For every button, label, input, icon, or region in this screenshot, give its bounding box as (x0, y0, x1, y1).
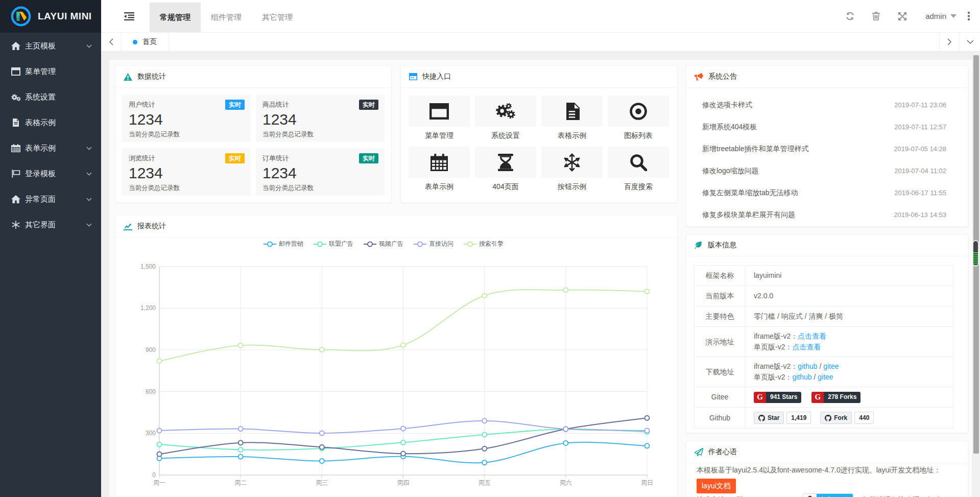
snowflake-icon (11, 221, 20, 229)
shortcut-menu-manage[interactable]: 菜单管理 (409, 96, 470, 140)
window-icon (429, 103, 449, 120)
notice-item[interactable]: 新增系统404模板 2019-07-11 12:57 (686, 116, 968, 138)
svg-text:周三: 周三 (316, 479, 328, 486)
module-tab-components[interactable]: 组件管理 (201, 3, 252, 32)
module-tab-other[interactable]: 其它管理 (252, 3, 303, 32)
author-line1: 本模板基于layui2.5.4以及font-awesome-4.7.0进行实现。… (697, 464, 958, 476)
sidebar-item-error-pages[interactable]: 异常页面 (0, 186, 101, 212)
caret-down-icon (950, 14, 957, 18)
download-github-link[interactable]: github (792, 373, 811, 381)
home-icon (11, 195, 20, 203)
window-icon (409, 73, 417, 80)
shortcut-404-page[interactable]: 404页面 (475, 147, 536, 192)
logo[interactable]: LAYUI MINI (0, 0, 101, 33)
file-text-icon (564, 103, 580, 120)
scrollbar-track[interactable] (972, 52, 980, 497)
notice-item[interactable]: 修改选项卡样式 2019-07-11 23:06 (686, 94, 968, 116)
tab-strip: 首页 (101, 32, 980, 52)
svg-text:900: 900 (146, 346, 156, 353)
github-icon (758, 415, 765, 421)
shortcut-system-settings[interactable]: 系统设置 (475, 96, 536, 140)
sidebar-item-login-template[interactable]: 登录模板 (0, 161, 101, 186)
sidebar-item-system-settings[interactable]: 系统设置 (0, 84, 101, 110)
github-badges: Star 1,419 Fork 440 (746, 408, 953, 429)
svg-text:300: 300 (146, 430, 156, 437)
clear-cache-button[interactable] (863, 0, 889, 32)
svg-text:1,500: 1,500 (140, 263, 156, 270)
github-star-button[interactable]: Star 1,419 (754, 412, 811, 424)
tabs-menu-button[interactable] (960, 33, 980, 51)
tabstrip-spacer (169, 33, 939, 51)
github-star-count: 1,419 (786, 412, 811, 424)
sidebar-item-home-template[interactable]: 主页模板 (0, 33, 101, 59)
dot-circle-icon (629, 102, 648, 121)
gitee-logo-icon: G (811, 392, 824, 403)
table-row: 主要特色 零门槛 / 响应式 / 清爽 / 极简 (695, 306, 953, 327)
module-tab-general[interactable]: 常规管理 (150, 3, 201, 32)
gitee-stars-badge[interactable]: G941 Stars (754, 392, 801, 403)
demo-iframe-link[interactable]: 点击查看 (798, 332, 826, 340)
tabs-scroll-right-button[interactable] (939, 33, 960, 51)
tab-home[interactable]: 首页 (122, 33, 169, 51)
shortcut-baidu-search[interactable]: 百度搜索 (608, 147, 669, 192)
chevron-right-icon (947, 38, 952, 45)
shortcut-button-demo[interactable]: 按钮示例 (541, 147, 603, 192)
qq-group-badge[interactable]: 加入QQ群 (803, 493, 853, 497)
notice-item[interactable]: 修复左侧菜单缩放tab无法移动 2019-06-17 11:55 (686, 182, 968, 204)
gitee-forks-badge[interactable]: G278 Forks (811, 392, 861, 403)
tabs-scroll-left-button[interactable] (101, 33, 122, 51)
notice-item[interactable]: 新增treetable插件和菜单管理样式 2019-07-05 14:28 (686, 138, 968, 160)
card-quick-entry: 快捷入口 菜单管理 系统设置 表格示例 图标列表 (400, 65, 678, 203)
card-report-stats: 报表统计 邮件营销联盟广告视频广告直接访问搜索引擎 03006009001,20… (115, 215, 678, 497)
refresh-icon (846, 12, 854, 20)
chevron-down-icon (86, 198, 92, 201)
sidebar-item-table-demo[interactable]: 表格示例 (0, 110, 101, 135)
shortcut-form-demo[interactable]: 表单示例 (409, 147, 470, 192)
fullscreen-button[interactable] (889, 0, 915, 32)
username: admin (925, 12, 946, 20)
bullhorn-icon (695, 73, 703, 81)
demo-spa-link[interactable]: 点击查看 (792, 343, 821, 351)
shortcut-table-demo[interactable]: 表格示例 (541, 96, 603, 140)
download-gitee-link[interactable]: gitee (818, 373, 833, 381)
outdent-icon (124, 12, 134, 20)
download-github-link[interactable]: github (798, 362, 817, 370)
current-version: v2.0.0 (746, 286, 953, 306)
card-author-words-header: 作者心语 (686, 441, 968, 463)
chevron-down-icon (86, 172, 92, 176)
shortcut-icon-list[interactable]: 图标列表 (608, 96, 669, 140)
github-fork-button[interactable]: Fork 440 (820, 412, 874, 424)
stat-user: 用户统计 实时 1234 当前分类总记录数 (122, 94, 251, 142)
status-badge: 实时 (225, 100, 245, 110)
author-line2: 技术交流QQ群（667910940）： 加入QQ群 （如群满请备注来源：如git… (697, 493, 958, 497)
scroll-progress-widget[interactable] (972, 240, 979, 267)
more-options-button[interactable] (958, 0, 980, 32)
notice-item[interactable]: 修改logo缩放问题 2019-07-04 11:02 (686, 160, 968, 182)
sidebar-item-other-ui[interactable]: 其它界面 (0, 212, 101, 238)
chevron-left-icon (109, 38, 113, 45)
user-menu[interactable]: admin (915, 12, 958, 20)
table-row: 框架名称 layuimini (695, 266, 953, 286)
sidebar-item-form-demo[interactable]: 表单示例 (0, 135, 101, 161)
sidebar-toggle-button[interactable] (101, 0, 150, 32)
sidebar-menu: 主页模板 菜单管理 系统设置 表格示例 表单示例 登录模板 (0, 33, 101, 238)
layui-doc-badge[interactable]: layui文档 (697, 479, 736, 493)
chevron-down-icon (86, 44, 92, 48)
card-report-stats-header: 报表统计 (115, 216, 677, 238)
download-gitee-link[interactable]: gitee (823, 362, 839, 370)
table-row: Gitee G941 Stars G278 Forks (695, 387, 953, 408)
cogs-icon (495, 102, 516, 121)
svg-text:0: 0 (152, 471, 156, 479)
home-icon (11, 42, 20, 50)
file-icon (11, 119, 20, 127)
notice-item[interactable]: 修复多模块菜单栏展开有问题 2019-06-13 14:53 (686, 204, 968, 226)
github-fork-count: 440 (854, 412, 874, 424)
svg-text:1,200: 1,200 (140, 304, 156, 312)
card-system-notice-header: 系统公告 (686, 66, 968, 88)
version-table: 框架名称 layuimini 当前版本 v2.0.0 主要特色 零门槛 / 响应… (694, 265, 953, 429)
svg-text:周二: 周二 (234, 479, 247, 486)
refresh-button[interactable] (837, 0, 863, 32)
card-version-info-header: 版本信息 (686, 234, 968, 256)
svg-text:周六: 周六 (560, 479, 572, 486)
sidebar-item-menu-manage[interactable]: 菜单管理 (0, 59, 101, 84)
